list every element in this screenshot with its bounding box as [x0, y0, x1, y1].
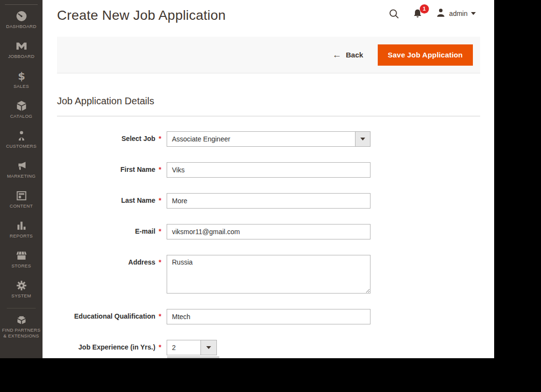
caret-down-icon [360, 138, 365, 140]
reports-icon [15, 219, 28, 232]
required-asterisk: * [159, 196, 161, 204]
content-icon [15, 189, 28, 202]
save-job-application-button[interactable]: Save Job Application [378, 44, 473, 66]
sidebar-item-reports[interactable]: REPORTS [0, 216, 43, 246]
sidebar-item-label: STORES [11, 263, 32, 269]
user-menu[interactable]: admin [436, 8, 476, 20]
main-content: Create New Job Application 1 admin ← Bac… [43, 0, 494, 358]
sidebar-item-label: JOBBOARD [7, 54, 36, 59]
search-icon[interactable] [388, 8, 399, 19]
notifications-bell-icon[interactable]: 1 [412, 8, 423, 19]
svg-text:$: $ [17, 70, 25, 82]
customers-icon [15, 129, 28, 142]
caret-down-icon [206, 346, 211, 349]
sidebar-item-label: DASHBOARD [5, 24, 38, 29]
sales-icon: $ [15, 70, 28, 82]
catalog-icon [15, 99, 28, 112]
sidebar-item-find-partners[interactable]: FIND PARTNERS & EXTENSIONS [0, 310, 43, 346]
sidebar-item-label: REPORTS [9, 233, 34, 239]
sidebar-item-label: CATALOG [9, 113, 33, 119]
sidebar-item-label: FIND PARTNERS & EXTENSIONS [0, 327, 43, 339]
required-asterisk: * [159, 135, 161, 142]
stores-icon [15, 249, 28, 262]
sidebar-item-content[interactable]: CONTENT [0, 186, 43, 216]
field-label: First Name* [57, 166, 161, 173]
notification-badge: 1 [420, 4, 429, 14]
job-experience-value: 2 [167, 340, 200, 355]
field-label: Select Job* [57, 135, 161, 142]
sidebar-item-dashboard[interactable]: DASHBOARD [0, 7, 43, 37]
required-asterisk: * [159, 258, 161, 266]
marketing-icon [15, 159, 28, 172]
select-job-value: Associate Engineer [167, 132, 355, 146]
action-toolbar: ← Back Save Job Application [57, 37, 480, 73]
field-label: Last Name* [57, 196, 161, 204]
field-label: E-mail* [57, 227, 161, 235]
email-field[interactable] [167, 224, 370, 239]
sidebar-item-sales[interactable]: $ SALES [0, 67, 43, 97]
dropdown-caret-button[interactable] [200, 340, 216, 355]
sidebar-item-label: MARKETING [6, 173, 36, 179]
field-label: Address* [57, 258, 161, 266]
header-actions: 1 admin [388, 0, 476, 27]
educational-qualification-field[interactable] [167, 309, 370, 324]
jobboard-icon [15, 40, 28, 52]
divider [7, 308, 36, 308]
sidebar-item-catalog[interactable]: CATALOG [0, 97, 43, 126]
required-asterisk: * [159, 312, 161, 320]
sidebar-item-label: SYSTEM [11, 293, 32, 299]
divider [57, 116, 480, 116]
back-button-label: Back [346, 51, 363, 59]
sidebar-item-marketing[interactable]: MARKETING [0, 156, 43, 186]
sidebar-item-label: CONTENT [9, 203, 34, 209]
find-partners-icon [15, 313, 28, 326]
required-asterisk: * [159, 166, 161, 173]
back-arrow-icon: ← [332, 50, 342, 59]
sidebar-item-label: CUSTOMERS [5, 143, 37, 149]
dropdown-caret-button[interactable] [355, 132, 370, 146]
last-name-field[interactable] [167, 193, 370, 209]
sidebar-item-customers[interactable]: CUSTOMERS [0, 126, 43, 156]
caret-down-icon [471, 12, 476, 15]
user-name: admin [449, 10, 468, 17]
user-icon [436, 8, 446, 20]
required-asterisk: * [159, 227, 161, 235]
sidebar-item-system[interactable]: SYSTEM [0, 276, 43, 306]
divider [5, 4, 38, 5]
field-label: Job Experience (in Yrs.)* [57, 343, 161, 351]
dropdown-list-partial [167, 356, 219, 358]
field-label: Educational Qualification* [57, 312, 161, 320]
first-name-field[interactable] [167, 162, 370, 178]
required-asterisk: * [159, 343, 161, 351]
sidebar-item-jobboard[interactable]: JOBBOARD [0, 37, 43, 67]
back-button[interactable]: ← Back [332, 50, 363, 59]
dashboard-icon [15, 10, 28, 22]
page-title: Create New Job Application [57, 8, 226, 23]
sidebar-item-stores[interactable]: STORES [0, 246, 43, 276]
admin-app-window: DASHBOARD JOBBOARD $ SALES CATALOG [0, 0, 494, 358]
sidebar: DASHBOARD JOBBOARD $ SALES CATALOG [0, 0, 43, 358]
job-experience-dropdown[interactable]: 2 [167, 340, 217, 355]
system-icon [15, 279, 28, 292]
address-field[interactable]: Russia [167, 255, 370, 294]
select-job-dropdown[interactable]: Associate Engineer [167, 131, 370, 147]
section-title: Job Application Details [57, 96, 154, 107]
sidebar-item-label: SALES [13, 84, 30, 89]
